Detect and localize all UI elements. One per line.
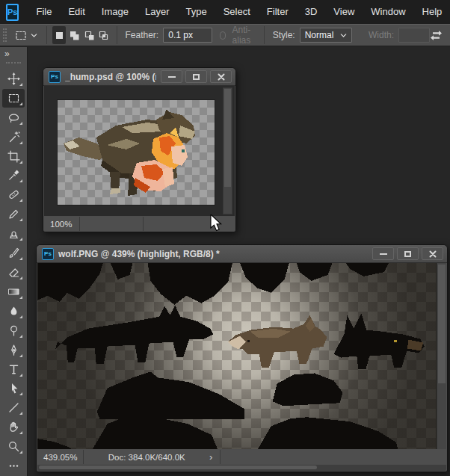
window2-title: wolf.PNG @ 439% (highlight, RGB/8) * [58,249,368,259]
feather-input[interactable] [163,28,212,43]
move-tool[interactable] [2,69,25,88]
crop-icon [7,150,20,163]
close-button[interactable] [422,247,443,260]
maximize-button[interactable] [185,70,207,83]
menu-filter[interactable]: Filter [259,0,297,24]
menu-help[interactable]: Help [414,0,450,24]
swap-dimensions-button[interactable] [430,30,443,41]
window2-titlebar[interactable]: Ps wolf.PNG @ 439% (highlight, RGB/8) * [37,245,447,263]
window1-statusbar: 100% [44,217,235,231]
document-window-hump: Ps _hump.psd @ 100% (r... [43,67,236,232]
blur-tool[interactable] [2,302,25,321]
window2-doc-info[interactable]: Doc: 384.0K/640.0K › [84,450,221,464]
history-brush-icon [7,247,20,259]
menu-3d[interactable]: 3D [297,0,326,24]
pencil-icon [7,208,20,220]
menu-window[interactable]: Window [363,0,413,24]
window2-vertical-scrollbar[interactable] [437,263,446,449]
line-tool[interactable] [2,398,25,417]
move-icon [7,72,20,85]
window1-zoom-level[interactable]: 100% [44,217,80,231]
history-brush-tool[interactable] [2,244,25,262]
menu-image[interactable]: Image [93,0,137,24]
lasso-tool[interactable] [2,108,25,127]
minimize-button[interactable] [161,70,182,83]
hump-canvas[interactable] [58,100,215,205]
scrollbar-thumb[interactable] [438,265,446,383]
add-to-selection-button[interactable] [67,26,81,44]
minimize-icon [168,76,176,78]
window2-content [37,263,446,449]
style-value: Normal [305,30,334,40]
pen-tool[interactable] [2,341,25,359]
crop-tool[interactable] [2,147,25,166]
zoom-tool[interactable] [2,437,25,456]
eraser-tool[interactable] [2,263,25,282]
tool-preset-picker[interactable] [11,28,41,43]
close-icon [429,250,437,258]
photoshop-logo: Ps [6,4,19,21]
scrollbar-thumb[interactable] [224,89,231,187]
width-input[interactable] [398,28,430,43]
clone-stamp-icon [7,227,20,240]
window1-status-section[interactable] [80,217,144,231]
gradient-tool[interactable] [2,282,25,301]
menu-type[interactable]: Type [178,0,215,24]
gradient-icon [7,285,20,298]
window1-titlebar[interactable]: Ps _hump.psd @ 100% (r... [43,68,235,86]
line-icon [7,401,20,414]
window1-content [44,86,235,216]
separator [264,26,265,44]
magic-wand-icon [7,131,20,143]
path-selection-tool[interactable] [2,380,25,398]
maximize-button[interactable] [397,247,419,260]
close-button[interactable] [210,70,232,83]
minimize-button[interactable] [372,247,394,260]
eyedropper-tool[interactable] [2,167,25,185]
maximize-icon [193,74,200,80]
ellipsis-icon [7,460,20,472]
eraser-icon [7,266,20,279]
menu-edit[interactable]: Edit [60,0,93,24]
style-label: Style: [273,30,295,40]
subtract-from-selection-icon [83,29,96,42]
tools-panel-grip[interactable] [6,62,21,64]
window1-vertical-scrollbar[interactable] [223,87,232,214]
wolf-canvas[interactable] [37,263,436,449]
edit-toolbar-button[interactable] [2,457,25,475]
magnifier-icon [7,440,20,453]
width-label: Width: [369,30,394,40]
window2-horizontal-scrollbar[interactable] [37,465,446,471]
clone-stamp-tool[interactable] [2,224,25,243]
type-icon [7,363,20,376]
antialias-checkbox[interactable] [220,31,225,40]
chevron-down-icon [340,33,347,38]
close-icon [218,73,225,81]
menu-select[interactable]: Select [215,0,259,24]
rectangular-marquee-tool[interactable] [2,89,25,108]
magic-wand-tool[interactable] [2,128,25,146]
status-more-chevron[interactable]: › [209,451,212,463]
intersect-selection-button[interactable] [97,26,111,44]
healing-brush-tool[interactable] [2,185,25,204]
antialias-control[interactable]: Anti-alias [220,25,259,46]
hand-icon [7,421,20,433]
type-tool[interactable] [2,360,25,379]
menu-bar: Ps File Edit Image Layer Type Select Fil… [0,0,450,24]
options-bar-grip[interactable] [3,28,7,42]
dodge-tool[interactable] [2,321,25,340]
hand-tool[interactable] [2,418,25,436]
style-select[interactable]: Normal [300,28,352,43]
subtract-from-selection-button[interactable] [82,26,96,44]
new-selection-button[interactable] [52,26,66,44]
window2-zoom-level[interactable]: 439.05% [37,450,84,464]
pencil-tool[interactable] [2,205,25,223]
minimize-icon [380,253,387,255]
collapse-panel-button[interactable]: » [0,47,9,59]
menu-layer[interactable]: Layer [137,0,178,24]
scrollbar-thumb[interactable] [39,466,317,469]
swap-arrows-icon [430,30,443,41]
menu-file[interactable]: File [28,0,60,24]
window1-title: _hump.psd @ 100% (r... [65,72,156,82]
menu-view[interactable]: View [325,0,363,24]
